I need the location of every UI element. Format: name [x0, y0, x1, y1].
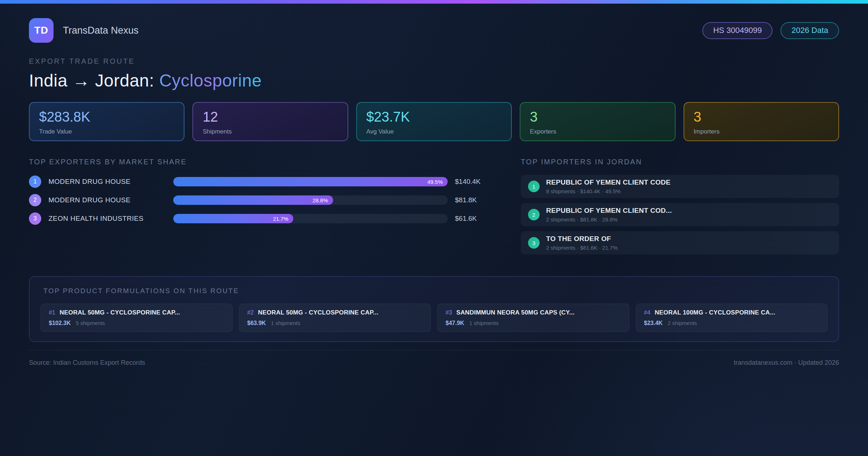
rank-badge: 1 — [29, 176, 41, 188]
importer-row: 3 TO THE ORDER OF 2 shipments · $61.6K ·… — [521, 231, 839, 254]
exporter-name: ZEON HEALTH INDUSTRIES — [48, 215, 173, 223]
products-panel: TOP PRODUCT FORMULATIONS ON THIS ROUTE #… — [29, 276, 839, 342]
importers-heading: TOP IMPORTERS IN JORDAN — [521, 158, 839, 166]
page-container: TD TransData Nexus HS 30049099 2026 Data… — [29, 18, 839, 367]
product-top: #1 NEORAL 50MG - CYCLOSPORINE CAP... — [49, 309, 224, 316]
product-card: #3 SANDIMMUN NEORA 50MG CAPS (CY... $47.… — [437, 304, 629, 332]
page-title: India → Jordan: Cyclosporine — [29, 71, 839, 90]
rank-badge: 3 — [528, 237, 540, 249]
product-value: $23.4K — [644, 320, 663, 326]
product-card: #2 NEORAL 50MG - CYCLOSPORINE CAP... $63… — [239, 304, 431, 332]
product-shipments: 2 shipments — [668, 320, 697, 326]
market-share-bar-fill: 28.8% — [173, 195, 333, 205]
main-columns: TOP EXPORTERS BY MARKET SHARE 1 MODERN D… — [29, 158, 839, 259]
rank-badge: 2 — [29, 194, 41, 206]
stat-label: Shipments — [203, 128, 338, 135]
exporter-value: $61.6K — [455, 215, 495, 223]
importer-meta: 2 shipments · $81.8K · 28.8% — [546, 216, 672, 223]
importer-row: 2 REPUBLIC OF YEMEN CLIENT COD... 2 ship… — [521, 203, 839, 226]
importer-name: REPUBLIC OF YEMEN CLIENT COD... — [546, 207, 672, 215]
product-value: $47.9K — [446, 320, 464, 326]
importer-name: TO THE ORDER OF — [546, 235, 618, 243]
product-top: #2 NEORAL 50MG - CYCLOSPORINE CAP... — [247, 309, 423, 316]
market-share-bar-fill: 49.5% — [173, 177, 448, 186]
site-attribution: transdatanexus.com · Updated 2026 — [734, 359, 839, 367]
product-cards-row: #1 NEORAL 50MG - CYCLOSPORINE CAP... $10… — [41, 304, 827, 332]
product-rank: #4 — [644, 309, 651, 316]
stat-card-avg-value: $23.7K Avg Value — [356, 102, 512, 141]
product-rank: #1 — [49, 309, 55, 316]
importers-section: TOP IMPORTERS IN JORDAN 1 REPUBLIC OF YE… — [521, 158, 839, 259]
market-share-percent: 21.7% — [273, 216, 294, 222]
importer-text: REPUBLIC OF YEMEN CLIENT CODE 8 shipment… — [546, 178, 671, 194]
product-bottom: $102.3K 5 shipments — [49, 320, 224, 326]
importer-meta: 2 shipments · $61.6K · 21.7% — [546, 245, 618, 251]
product-shipments: 1 shipments — [271, 320, 300, 326]
importers-list: 1 REPUBLIC OF YEMEN CLIENT CODE 8 shipme… — [521, 175, 839, 254]
eyebrow-label: EXPORT TRADE ROUTE — [29, 57, 839, 66]
stat-label: Exporters — [530, 128, 665, 135]
stat-value: 3 — [694, 109, 829, 125]
top-accent-bar — [0, 0, 868, 4]
exporter-name: MODERN DRUG HOUSE — [48, 178, 173, 186]
exporters-section: TOP EXPORTERS BY MARKET SHARE 1 MODERN D… — [29, 158, 495, 259]
product-name: NEORAL 50MG - CYCLOSPORINE CAP... — [60, 309, 180, 316]
importer-text: TO THE ORDER OF 2 shipments · $61.6K · 2… — [546, 235, 618, 251]
product-name: NEORAL 50MG - CYCLOSPORINE CAP... — [258, 309, 378, 316]
products-heading: TOP PRODUCT FORMULATIONS ON THIS ROUTE — [41, 287, 827, 295]
product-bottom: $23.4K 2 shipments — [644, 320, 820, 326]
stat-value: 12 — [203, 109, 338, 125]
footer: Source: Indian Customs Export Records tr… — [29, 350, 839, 367]
market-share-percent: 49.5% — [427, 179, 448, 185]
product-bottom: $63.9K 1 shipments — [247, 320, 423, 326]
stat-label: Trade Value — [39, 128, 174, 135]
product-card: #1 NEORAL 50MG - CYCLOSPORINE CAP... $10… — [41, 304, 233, 332]
market-share-percent: 28.8% — [312, 197, 333, 203]
product-shipments: 5 shipments — [76, 320, 105, 326]
stat-card-trade-value: $283.8K Trade Value — [29, 102, 184, 141]
product-shipments: 1 shipments — [469, 320, 499, 326]
product-value: $102.3K — [49, 320, 71, 326]
importer-row: 1 REPUBLIC OF YEMEN CLIENT CODE 8 shipme… — [521, 175, 839, 198]
exporter-row: 2 MODERN DRUG HOUSE 28.8% $81.8K — [29, 194, 495, 206]
route-title-text: India → Jordan: — [29, 71, 159, 90]
stat-card-importers: 3 Importers — [684, 102, 839, 141]
importer-name: REPUBLIC OF YEMEN CLIENT CODE — [546, 178, 671, 186]
market-share-bar-track: 28.8% — [173, 195, 448, 205]
product-name: SANDIMMUN NEORA 50MG CAPS (CY... — [456, 309, 575, 316]
rank-badge: 3 — [29, 212, 41, 225]
app-logo: TD — [29, 18, 54, 43]
year-data-badge[interactable]: 2026 Data — [780, 22, 839, 39]
exporter-row: 1 MODERN DRUG HOUSE 49.5% $140.4K — [29, 176, 495, 188]
stat-card-exporters: 3 Exporters — [520, 102, 675, 141]
exporter-name: MODERN DRUG HOUSE — [48, 196, 173, 204]
product-top: #4 NEORAL 100MG - CYCLOSPORINE CA... — [644, 309, 820, 316]
stat-value: 3 — [530, 109, 665, 125]
exporter-row: 3 ZEON HEALTH INDUSTRIES 21.7% $61.6K — [29, 212, 495, 225]
rank-badge: 2 — [528, 209, 540, 220]
app-name: TransData Nexus — [63, 25, 139, 36]
product-rank: #3 — [446, 309, 452, 316]
source-attribution: Source: Indian Customs Export Records — [29, 359, 145, 367]
market-share-bar-fill: 21.7% — [173, 214, 293, 223]
importer-text: REPUBLIC OF YEMEN CLIENT COD... 2 shipme… — [546, 207, 672, 223]
product-name: NEORAL 100MG - CYCLOSPORINE CA... — [655, 309, 775, 316]
rank-badge: 1 — [528, 181, 540, 192]
exporter-value: $81.8K — [455, 196, 495, 204]
exporter-value: $140.4K — [455, 178, 495, 186]
product-top: #3 SANDIMMUN NEORA 50MG CAPS (CY... — [446, 309, 621, 316]
stat-value: $23.7K — [366, 109, 502, 125]
stat-label: Avg Value — [366, 128, 502, 135]
market-share-bar-track: 21.7% — [173, 214, 448, 223]
stats-row: $283.8K Trade Value 12 Shipments $23.7K … — [29, 102, 839, 141]
stat-label: Importers — [694, 128, 829, 135]
product-value: $63.9K — [247, 320, 266, 326]
hs-code-badge[interactable]: HS 30049099 — [702, 22, 773, 39]
exporters-heading: TOP EXPORTERS BY MARKET SHARE — [29, 158, 495, 166]
stat-value: $283.8K — [39, 109, 174, 125]
exporters-chart: 1 MODERN DRUG HOUSE 49.5% $140.4K 2 MODE… — [29, 176, 495, 225]
product-title-text: Cyclosporine — [159, 71, 261, 90]
product-card: #4 NEORAL 100MG - CYCLOSPORINE CA... $23… — [636, 304, 828, 332]
market-share-bar-track: 49.5% — [173, 177, 448, 186]
header: TD TransData Nexus HS 30049099 2026 Data — [29, 18, 839, 43]
